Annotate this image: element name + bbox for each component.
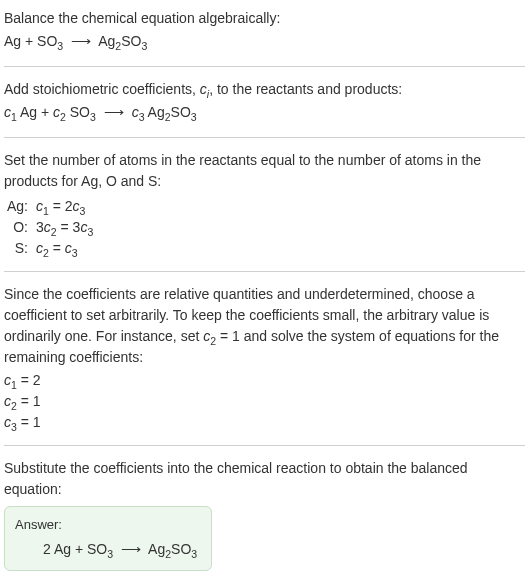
section-solve: Since the coefficients are relative quan… (4, 284, 525, 446)
atom-row-o: O: 3c2 = 3c3 (4, 217, 525, 238)
coeff-c2: c2 = 1 (4, 391, 525, 412)
section-coefficients: Add stoichiometric coefficients, ci, to … (4, 79, 525, 138)
solve-instruction: Since the coefficients are relative quan… (4, 284, 525, 368)
section-atoms: Set the number of atoms in the reactants… (4, 150, 525, 272)
atom-equations: Ag: c1 = 2c3 O: 3c2 = 3c3 S: c2 = c3 (4, 196, 525, 259)
coefficient-equation: c1 Ag + c2 SO3 ⟶ c3 Ag2SO3 (4, 102, 525, 123)
arrow-icon: ⟶ (117, 539, 145, 560)
section-problem: Balance the chemical equation algebraica… (4, 8, 525, 67)
arrow-icon: ⟶ (100, 102, 128, 123)
coefficient-values: c1 = 2 c2 = 1 c3 = 1 (4, 370, 525, 433)
unbalanced-equation: Ag + SO3 ⟶ Ag2SO3 (4, 31, 525, 52)
atom-row-ag: Ag: c1 = 2c3 (4, 196, 525, 217)
rhs: Ag2SO3 (98, 33, 147, 49)
coeff-c1: c1 = 2 (4, 370, 525, 391)
lhs: Ag + SO3 (4, 33, 63, 49)
balanced-equation: 2 Ag + SO3 ⟶ Ag2SO3 (15, 539, 197, 560)
answer-box: Answer: 2 Ag + SO3 ⟶ Ag2SO3 (4, 506, 212, 571)
coefficients-instruction: Add stoichiometric coefficients, ci, to … (4, 79, 525, 100)
problem-statement: Balance the chemical equation algebraica… (4, 8, 525, 29)
atoms-instruction: Set the number of atoms in the reactants… (4, 150, 525, 192)
substitute-instruction: Substitute the coefficients into the che… (4, 458, 525, 500)
section-answer: Substitute the coefficients into the che… (4, 458, 525, 583)
answer-label: Answer: (15, 515, 197, 535)
coeff-c3: c3 = 1 (4, 412, 525, 433)
arrow-icon: ⟶ (67, 31, 95, 52)
atom-row-s: S: c2 = c3 (4, 238, 525, 259)
